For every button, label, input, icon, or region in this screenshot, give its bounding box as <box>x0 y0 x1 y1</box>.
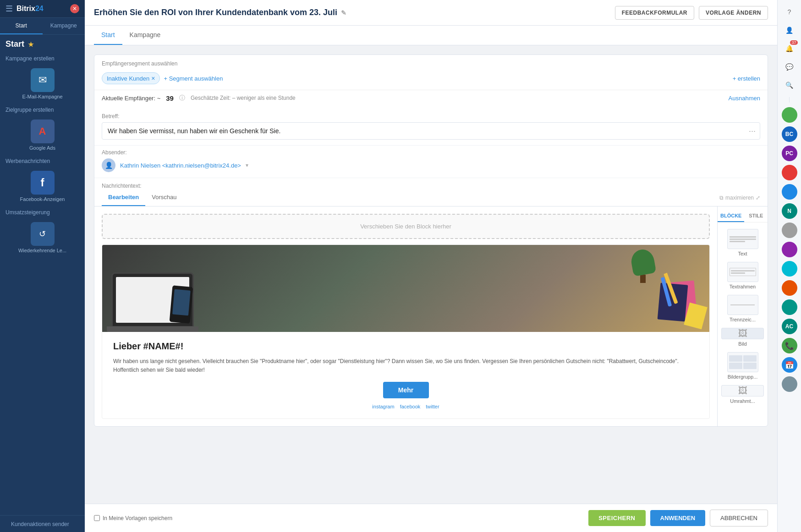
sidebar-footer: Kundenaktionen sender <box>0 515 85 532</box>
hamburger-icon[interactable]: ☰ <box>5 4 13 14</box>
text-block-item[interactable]: Text <box>718 226 768 259</box>
divider-block-item[interactable]: Trennzeic... <box>718 292 768 325</box>
message-label: Nachrichtentext: <box>94 178 768 189</box>
actions-label: Kundenaktionen sender <box>5 519 79 528</box>
sidebar-header: ☰ Bitrix24 ✕ <box>0 0 85 18</box>
editor-body: Verschieben Sie den Block hierher <box>94 206 768 426</box>
recipient-count: 39 <box>166 94 174 102</box>
ads-section-label: Werbenachrichten <box>0 156 85 165</box>
tab-start[interactable]: Start <box>0 18 43 34</box>
avatar-purple2[interactable] <box>782 242 797 257</box>
sidebar-item-recurring[interactable]: ↺ Wiederkehrende Le... <box>4 218 81 257</box>
section-heading: Start ★ <box>0 35 85 54</box>
email-canvas: Verschieben Sie den Block hierher <box>94 206 717 426</box>
save-template-label: In Meine Vorlagen speichern <box>103 515 172 521</box>
sidebar-item-email[interactable]: ✉ E-Mail-Kampagne <box>4 65 81 103</box>
sender-row: 👤 Kathrin Nielsen <kathrin.nielsen@bitri… <box>102 158 760 172</box>
sender-name-link[interactable]: Kathrin Nielsen <kathrin.nielsen@bitrix2… <box>120 162 241 169</box>
bp-tab-styles[interactable]: STILE <box>744 210 768 222</box>
recurring-label: Wiederkehrende Le... <box>18 248 66 253</box>
change-template-button[interactable]: VORLAGE ÄNDERN <box>699 6 768 20</box>
cancel-button[interactable]: ABBRECHEN <box>710 510 768 527</box>
chat-bubble-icon[interactable]: 💬 <box>781 59 798 75</box>
create-segment-button[interactable]: + erstellen <box>733 75 760 82</box>
subject-wrapper: ··· <box>102 122 760 140</box>
avatar-green[interactable] <box>782 107 797 123</box>
save-template-checkbox[interactable] <box>94 515 100 521</box>
avatar-red1[interactable] <box>782 165 797 180</box>
social-instagram[interactable]: instagram <box>372 404 394 409</box>
avatar-phone[interactable]: 📞 <box>782 338 797 353</box>
close-sidebar-button[interactable]: ✕ <box>70 4 79 13</box>
imagegroup-block-item[interactable]: Bildergrupp... <box>718 349 768 382</box>
tab-campaign[interactable]: Kampagne <box>43 18 85 34</box>
avatar-orange[interactable] <box>782 280 797 296</box>
hero-laptop-base <box>107 326 198 332</box>
sidebar-item-google[interactable]: A Google Ads <box>4 116 81 154</box>
social-facebook[interactable]: facebook <box>400 404 421 409</box>
social-twitter[interactable]: twitter <box>426 404 439 409</box>
email-body-content: Lieber #NAME#! Wir haben uns lange nicht… <box>102 332 709 418</box>
sender-dropdown-icon[interactable]: ▾ <box>246 162 248 168</box>
top-actions: FEEDBACKFORMULAR VORLAGE ÄNDERN <box>615 6 768 20</box>
image-block-item[interactable]: 🖼 Bild <box>718 325 768 349</box>
wrapped-placeholder-icon: 🖼 <box>738 385 747 396</box>
form-card: Empfängersegment auswählen Inaktive Kund… <box>94 54 768 427</box>
social-links-row: instagram facebook twitter <box>113 404 698 409</box>
avatar-pc[interactable]: PC <box>782 146 797 161</box>
wrapped-block-label: Umrahmt... <box>730 398 755 404</box>
editor-tabs: Bearbeiten Vorschau ⧉ maximieren ⤢ <box>94 189 768 206</box>
sidebar-item-facebook[interactable]: f Facebook-Anzeigen <box>4 167 81 206</box>
hero-plant <box>631 250 654 282</box>
avatar-last[interactable] <box>782 376 797 392</box>
segment-label: Empfängersegment auswählen <box>94 55 768 70</box>
email-greeting: Lieber #NAME#! <box>113 341 698 352</box>
sender-label: Absender: <box>102 149 760 156</box>
segment-tag[interactable]: Inaktive Kunden × <box>102 72 160 84</box>
save-button[interactable]: SPEICHERN <box>588 510 645 526</box>
notification-badge: 37 <box>790 40 797 45</box>
feedback-button[interactable]: FEEDBACKFORMULAR <box>615 6 694 20</box>
info-icon[interactable]: ⓘ <box>179 94 185 102</box>
subject-input[interactable] <box>102 122 760 140</box>
avatar-teal[interactable] <box>782 299 797 315</box>
email-body-text: Wir haben uns lange nicht gesehen. Viell… <box>113 357 698 375</box>
textframe-block-item[interactable]: Textrahmen <box>718 259 768 292</box>
question-icon[interactable]: ? <box>781 4 798 20</box>
wrapped-block-icon: 🖼 <box>721 385 764 396</box>
sender-avatar: 👤 <box>102 158 115 172</box>
page-title: Erhöhen Sie den ROI von Ihrer Kundendate… <box>94 8 346 17</box>
divider-block-icon <box>727 295 758 315</box>
person-circle-icon[interactable]: 👤 <box>781 22 798 38</box>
avatar-blue1[interactable] <box>782 184 797 200</box>
avatar-calendar[interactable]: 📅 <box>782 357 797 373</box>
segment-row: Inaktive Kunden × + Segment auswählen + … <box>94 70 768 90</box>
avatar-n[interactable]: N <box>782 203 797 219</box>
avatar-ac[interactable]: AC <box>782 319 797 334</box>
text-block-icon <box>727 229 758 249</box>
main-content: Erhöhen Sie den ROI von Ihrer Kundendate… <box>85 0 777 532</box>
blocks-panel: BLÖCKE STILE <box>717 206 768 426</box>
avatar-cyan[interactable] <box>782 261 797 277</box>
editor-tab-preview[interactable]: Vorschau <box>145 189 183 206</box>
search-icon[interactable]: 🔍 <box>781 77 798 93</box>
segment-tag-close-icon[interactable]: × <box>151 75 155 82</box>
subtab-start[interactable]: Start <box>94 26 122 45</box>
bp-tab-blocks[interactable]: BLÖCKE <box>718 210 744 222</box>
drop-zone[interactable]: Verschieben Sie den Block hierher <box>102 214 710 239</box>
subject-options-icon[interactable]: ··· <box>749 126 756 136</box>
add-segment-button[interactable]: + Segment auswählen <box>164 75 223 82</box>
subtab-campaign[interactable]: Kampagne <box>122 26 168 45</box>
message-section: Nachrichtentext: Bearbeiten Vorschau ⧉ m… <box>94 178 768 426</box>
exclusions-button[interactable]: Ausnahmen <box>729 95 760 102</box>
editor-tab-edit[interactable]: Bearbeiten <box>102 189 145 206</box>
email-cta-button[interactable]: Mehr <box>383 382 429 398</box>
google-icon-box: A <box>31 119 55 143</box>
notification-icon[interactable]: 🔔 37 <box>781 40 798 57</box>
maximize-button[interactable]: ⧉ maximieren ⤢ <box>719 195 760 201</box>
apply-button[interactable]: ANWENDEN <box>650 510 706 526</box>
avatar-gray1[interactable] <box>782 223 797 238</box>
wrapped-block-item[interactable]: 🖼 Umrahmt... <box>718 382 768 407</box>
avatar-bc[interactable]: BC <box>782 126 797 142</box>
edit-title-icon[interactable]: ✎ <box>341 9 346 16</box>
